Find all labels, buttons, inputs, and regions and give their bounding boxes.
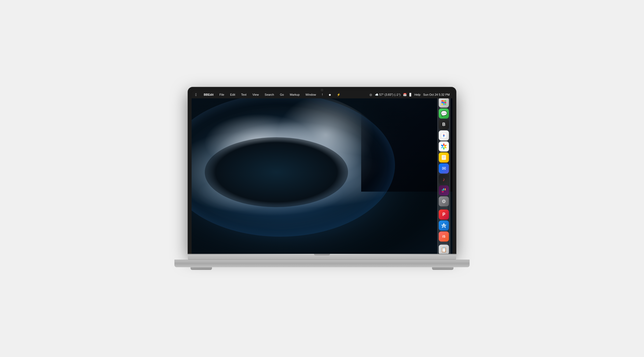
view-menu[interactable]: View [251,92,260,97]
dock-clipboard[interactable]: 📋 [439,245,449,254]
window-menu[interactable]: Window [305,92,317,97]
svg-point-12 [443,103,445,105]
screen-bezel:  BBEdit File Edit Text View Search Go M… [188,87,456,254]
go-menu[interactable]: Go [279,92,285,97]
laptop-feet [191,267,453,270]
menubar-left:  BBEdit File Edit Text View Search Go M… [194,92,342,97]
svg-point-21 [443,143,445,146]
dock-music[interactable]: ♪ [439,174,449,185]
apple-menu[interactable]:  [194,92,198,97]
dock-settings[interactable]: ⚙ [439,196,449,207]
svg-point-6 [443,100,445,102]
dock-divider [440,208,448,208]
svg-point-24 [443,147,445,150]
foot-left [191,267,212,270]
calendar-icon[interactable]: 📅 [403,93,407,96]
foot-right [432,267,453,270]
edit-menu[interactable]: Edit [229,92,236,97]
dock-pinwheel[interactable]: P [439,210,449,220]
dock-istat[interactable]: iS [439,232,449,242]
dock-slack[interactable] [439,185,449,196]
svg-point-11 [441,103,443,105]
svg-point-13 [445,103,446,105]
help-menu[interactable]: Help [414,93,420,96]
file-menu[interactable]: File [218,92,225,97]
text-menu[interactable]: Text [240,92,248,97]
svg-point-9 [443,102,445,103]
menubar-right: ◎ ☁️ 57° (3.83") (↓1°) 📅 ▊ Help Sun Oct … [369,93,450,96]
desktop: 💬 B [192,98,452,254]
battery-icon[interactable]: ▊ [409,93,412,96]
svg-point-7 [445,100,446,102]
exclamation-menu[interactable]: ! [321,92,324,97]
dock-appstore[interactable] [439,221,449,231]
app-name[interactable]: BBEdit [203,92,215,97]
bolt-menu[interactable]: ⚡ [336,92,342,97]
dock-safari[interactable] [439,131,449,141]
dock-bbedit[interactable]: B [439,120,449,130]
weather-info[interactable]: ☁️ 57° (3.83") (↓1°) [375,93,401,96]
dock-messages[interactable]: 💬 [439,109,449,119]
diamond-menu[interactable]: ◆ [328,92,332,97]
menubar:  BBEdit File Edit Text View Search Go M… [192,91,452,98]
camera [321,89,323,91]
dock: 💬 B [437,98,450,254]
svg-rect-27 [442,155,446,160]
datetime[interactable]: Sun Oct 24 5:32 PM [423,93,450,96]
siri-button[interactable]: ◎ [369,93,372,96]
svg-point-8 [441,102,443,103]
dock-notes[interactable] [439,153,449,163]
dock-launchpad[interactable] [439,98,449,108]
macbook-computer:  BBEdit File Edit Text View Search Go M… [174,87,470,270]
search-menu[interactable]: Search [264,92,275,97]
dock-photos[interactable] [439,142,449,152]
laptop-base [174,260,470,267]
screen-chin [188,254,456,260]
screen:  BBEdit File Edit Text View Search Go M… [192,91,452,254]
dock-divider-2 [440,243,448,243]
magsafe-notch [314,254,330,255]
dock-mimestream[interactable]: ✉ [439,163,449,174]
markup-menu[interactable]: Markup [289,92,301,97]
svg-point-5 [441,100,443,102]
svg-point-10 [445,102,446,103]
